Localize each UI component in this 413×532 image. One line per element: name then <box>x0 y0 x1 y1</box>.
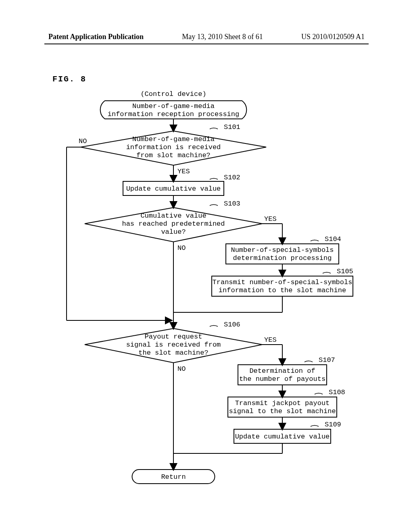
svg-text:has reached predetermined: has reached predetermined <box>122 220 225 228</box>
svg-text:Number-of-game-media: Number-of-game-media <box>132 102 215 110</box>
svg-text:information to the slot machin: information to the slot machine <box>219 287 346 294</box>
label-s109: S109 <box>325 421 341 428</box>
label-s108: S108 <box>329 389 345 396</box>
node-s106: Payout request signal is received from t… <box>85 328 262 363</box>
svg-text:signal is received from: signal is received from <box>126 341 221 349</box>
svg-text:Number-of-game-media: Number-of-game-media <box>132 135 215 143</box>
s101-no: NO <box>79 137 87 145</box>
svg-text:determination processing: determination processing <box>233 254 332 262</box>
node-s107: Determination of the number of payouts <box>238 365 327 385</box>
svg-text:Determination of: Determination of <box>249 367 315 375</box>
node-s101: Number-of-game-media information is rece… <box>81 131 266 165</box>
label-s101: S101 <box>224 123 240 131</box>
svg-text:Cumulative value: Cumulative value <box>140 212 206 220</box>
flowchart: (Control device) Number-of-game-media in… <box>48 89 371 494</box>
svg-text:Number-of-special-symbols: Number-of-special-symbols <box>231 246 334 254</box>
node-s105: Transmit number-of-special-symbols infor… <box>212 276 353 296</box>
svg-text:the number of payouts: the number of payouts <box>239 375 325 383</box>
node-s103: Cumulative value has reached predetermin… <box>85 208 262 242</box>
svg-text:Transmit number-of-special-sym: Transmit number-of-special-symbols <box>213 278 353 286</box>
s106-yes: YES <box>264 336 277 344</box>
figure-label: FIG. 8 <box>52 75 86 84</box>
s103-no: NO <box>177 244 186 252</box>
svg-text:signal to the slot machine: signal to the slot machine <box>229 407 336 415</box>
s103-yes: YES <box>264 215 277 223</box>
node-s104: Number-of-special-symbols determination … <box>226 244 339 264</box>
svg-text:from slot machine?: from slot machine? <box>136 152 211 159</box>
label-s102: S102 <box>224 174 240 181</box>
label-s103: S103 <box>224 200 240 208</box>
svg-text:Transmit jackpot payout: Transmit jackpot payout <box>235 399 330 407</box>
page-header: Patent Application Publication May 13, 2… <box>44 30 369 44</box>
svg-text:Update cumulative value: Update cumulative value <box>126 185 221 193</box>
svg-text:information is received: information is received <box>126 143 221 151</box>
node-s108: Transmit jackpot payout signal to the sl… <box>228 397 337 417</box>
label-s105: S105 <box>337 268 353 275</box>
header-left: Patent Application Publication <box>48 33 144 41</box>
s101-yes: YES <box>177 168 190 175</box>
flow-title: (Control device) <box>140 90 206 98</box>
svg-text:value?: value? <box>161 228 186 236</box>
node-s109: Update cumulative value <box>234 429 331 443</box>
svg-text:Update cumulative value: Update cumulative value <box>235 433 330 441</box>
s106-no: NO <box>177 365 186 373</box>
node-start: Number-of-game-media information recepti… <box>100 101 247 119</box>
label-s107: S107 <box>319 356 335 364</box>
svg-text:the slot machine?: the slot machine? <box>138 349 208 357</box>
label-s106: S106 <box>224 321 240 328</box>
svg-text:Payout request: Payout request <box>145 333 202 341</box>
header-right: US 2010/0120509 A1 <box>301 33 365 41</box>
svg-text:Return: Return <box>161 473 186 481</box>
label-s104: S104 <box>325 235 341 243</box>
node-return: Return <box>132 470 215 484</box>
svg-text:information reception processi: information reception processing <box>108 110 239 118</box>
header-center: May 13, 2010 Sheet 8 of 61 <box>182 33 263 41</box>
node-s102: Update cumulative value <box>123 181 224 195</box>
